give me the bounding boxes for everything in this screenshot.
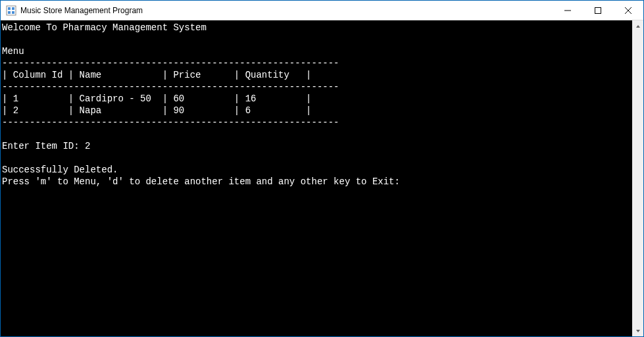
vertical-scrollbar[interactable] [632,20,643,336]
titlebar: Music Store Management Program [1,1,643,20]
close-button[interactable] [613,1,643,20]
instructions-prompt: Press 'm' to Menu, 'd' to delete another… [2,176,405,187]
table-header: | Column Id | Name | Price | Quantity | [2,70,311,80]
window-title: Music Store Management Program [20,6,553,15]
svg-rect-1 [8,7,11,10]
svg-rect-4 [12,11,14,14]
app-icon [6,5,16,16]
table-separator: ----------------------------------------… [2,82,339,92]
success-message: Successfully Deleted. [2,165,118,175]
table-row: | 2 | Napa | 90 | 6 | [2,105,311,116]
maximize-button[interactable] [583,1,613,20]
table-separator: ----------------------------------------… [2,58,339,68]
scroll-track[interactable] [632,32,643,325]
svg-marker-10 [636,330,640,332]
svg-marker-9 [636,25,640,28]
svg-rect-3 [8,11,11,14]
scroll-down-button[interactable] [632,325,643,336]
table-row: | 1 | Cardipro - 50 | 60 | 16 | [2,93,311,104]
welcome-text: Welcome To Pharmacy Management System [2,22,207,33]
scroll-up-button[interactable] [632,20,643,32]
enter-id-prompt: Enter Item ID: [2,141,85,151]
svg-rect-6 [595,7,601,13]
console-output[interactable]: Welcome To Pharmacy Management System Me… [1,20,632,336]
table-separator: ----------------------------------------… [2,117,339,128]
entered-id-value: 2 [85,141,90,151]
svg-rect-2 [12,7,14,10]
app-window: Music Store Management Program Welcome T… [0,0,644,337]
window-controls [553,1,643,20]
menu-label: Menu [2,46,24,57]
content-area: Welcome To Pharmacy Management System Me… [1,20,643,336]
minimize-button[interactable] [553,1,583,20]
